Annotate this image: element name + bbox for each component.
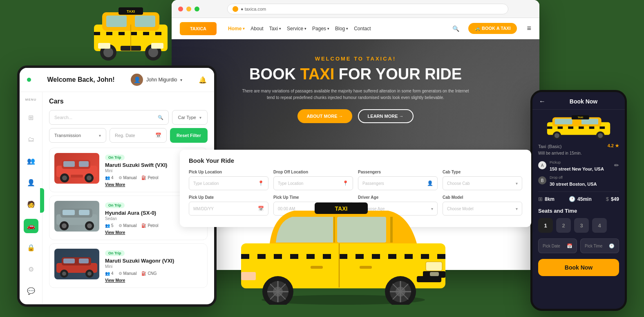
svg-rect-99 xyxy=(380,254,388,259)
car-search-box[interactable]: Search... 🔍 xyxy=(49,110,169,125)
nav-blog[interactable]: Blog ▾ xyxy=(335,26,348,31)
sidebar-icon-settings[interactable]: ⚙ xyxy=(24,262,38,277)
back-arrow-icon[interactable]: ← xyxy=(539,98,546,105)
sidebar-icon-car-active[interactable]: 🚗 xyxy=(24,219,38,233)
svg-rect-39 xyxy=(79,210,89,215)
svg-rect-71 xyxy=(595,126,600,129)
sidebar-icon-orders[interactable]: 🗂 xyxy=(24,132,38,146)
menu-label: MENU xyxy=(25,98,37,101)
taxi-info-row: Taxi (Basic) 4.2 ★ xyxy=(538,143,619,149)
book-taxi-button[interactable]: 🚕 BOOK A TAXI xyxy=(468,23,517,34)
about-more-button[interactable]: ABOUT MORE → xyxy=(297,109,352,123)
pick-time-input[interactable]: Pick Time 🕐 xyxy=(580,238,619,253)
view-more-2[interactable]: View More xyxy=(105,230,202,235)
svg-rect-82 xyxy=(241,254,249,259)
svg-point-43 xyxy=(87,223,92,228)
nav-taxi[interactable]: Taxi ▾ xyxy=(269,26,281,31)
sidebar-icon-grid[interactable]: ⊞ xyxy=(24,110,38,125)
mobile-device: ← Book Now TAXI xyxy=(530,90,627,311)
filter-row-2: Transmission ▾ Reg. Date 📅 Reset Filter xyxy=(49,128,208,143)
sidebar-icon-chat[interactable]: 💬 xyxy=(24,284,38,298)
svg-rect-101 xyxy=(396,254,405,259)
pick-date-label: Pick Date xyxy=(543,244,560,248)
seat-btn-2[interactable]: 2 xyxy=(556,218,571,233)
seat-btn-1[interactable]: 1 xyxy=(538,218,553,233)
browser-minimize[interactable] xyxy=(186,7,191,11)
nav-service[interactable]: Service ▾ xyxy=(287,26,306,31)
browser-maximize[interactable] xyxy=(195,7,199,11)
svg-rect-25 xyxy=(161,32,168,35)
divider-1 xyxy=(538,191,619,192)
svg-rect-38 xyxy=(63,210,75,215)
svg-rect-91 xyxy=(315,254,323,259)
transmission-select[interactable]: Transmission ▾ xyxy=(49,128,106,143)
sidebar-icon-users[interactable]: 👥 xyxy=(24,154,38,168)
view-more-3[interactable]: View More xyxy=(105,278,202,283)
hero-subtitle: There are many variations of passages av… xyxy=(241,88,470,101)
cab-type-arrow: ▾ xyxy=(516,181,518,186)
transmission-chevron: ▾ xyxy=(99,133,101,138)
distance-value: 8km xyxy=(545,196,555,202)
transmission-spec-1: ⚙ Manual xyxy=(119,175,137,180)
nav-pages[interactable]: Pages ▾ xyxy=(312,26,329,31)
large-taxi-svg: TAXI xyxy=(229,182,458,305)
svg-rect-92 xyxy=(323,254,331,259)
reg-date-input[interactable]: Reg. Date 📅 xyxy=(110,128,167,143)
svg-rect-72 xyxy=(599,126,605,129)
seat-btn-4[interactable]: 4 xyxy=(592,218,607,233)
car-card-3: On Trip Maruti Suzuki Wagonr (VXI) Mini … xyxy=(49,243,208,288)
svg-rect-12 xyxy=(151,43,163,49)
learn-more-button[interactable]: LEARN MORE → xyxy=(358,109,414,123)
taxi-name: Taxi (Basic) xyxy=(538,143,561,149)
sidebar-icon-lock[interactable]: 🔒 xyxy=(24,241,38,255)
fuel-spec-1: ⛽ Petrol xyxy=(141,175,158,180)
seats-title: Seats and Time xyxy=(538,208,619,214)
fuel-spec-3: ⛽ CNG xyxy=(141,271,157,276)
svg-text:TAXI: TAXI xyxy=(127,9,135,13)
car-name-3: Maruti Suzuki Wagonr (VXI) xyxy=(105,258,202,264)
status-indicator xyxy=(27,78,31,82)
pickup-row: A Pickup 150 street New Your, USA ✏ xyxy=(538,160,619,172)
svg-rect-70 xyxy=(589,126,595,129)
nav-contact[interactable]: Contact xyxy=(354,26,371,31)
calendar-mobile-icon: 📅 xyxy=(567,243,572,249)
edit-pickup-icon[interactable]: ✏ xyxy=(614,162,619,169)
svg-rect-63 xyxy=(552,126,558,129)
pickup-address: 150 street New Your, USA xyxy=(550,166,604,171)
svg-point-34 xyxy=(87,175,92,180)
dropoff-info: Drop off 30 street Boston, USA xyxy=(550,175,597,187)
svg-rect-14 xyxy=(94,32,100,35)
gear-icon-3: ⚙ xyxy=(119,271,122,276)
reset-filter-button[interactable]: Reset Filter xyxy=(170,128,208,143)
transmission-spec-3: ⚙ Manual xyxy=(119,271,137,276)
svg-rect-24 xyxy=(155,32,161,35)
fuel-icon-2: ⛽ xyxy=(141,223,146,228)
sidebar-icon-person[interactable]: 👤 xyxy=(24,175,38,190)
nav-about[interactable]: About xyxy=(250,26,263,31)
nav-home[interactable]: Home ▾ xyxy=(228,26,245,31)
hero-buttons: ABOUT MORE → LEARN MORE → xyxy=(172,109,539,123)
svg-rect-17 xyxy=(112,32,119,35)
address-bar[interactable]: ● taxica.com xyxy=(227,4,508,14)
avatar: 👤 xyxy=(131,74,143,86)
search-icon[interactable]: 🔍 xyxy=(452,25,459,32)
svg-rect-78 xyxy=(337,217,386,243)
car-image-2 xyxy=(54,201,99,232)
taxi-preview: TAXI xyxy=(538,115,619,139)
svg-rect-80 xyxy=(390,217,393,243)
hamburger-menu[interactable]: ≡ xyxy=(527,24,531,33)
svg-rect-112 xyxy=(426,262,442,271)
seat-btn-3[interactable]: 3 xyxy=(574,218,589,233)
mobile-header: ← Book Now xyxy=(532,92,625,110)
car-specs-3: 👥 4 ⚙ Manual ⛽ CNG xyxy=(105,271,202,276)
hero-welcome-text: WELCOME TO TAXICA! xyxy=(172,56,539,62)
car-type-3: Mini xyxy=(105,264,202,269)
site-logo[interactable]: TAXICA xyxy=(180,22,217,35)
svg-rect-3 xyxy=(135,16,155,27)
fuel-icon: ⛽ xyxy=(141,175,146,180)
book-now-button[interactable]: Book Now xyxy=(538,259,619,276)
sidebar-icon-profile[interactable]: 🧑 xyxy=(24,197,38,211)
svg-rect-83 xyxy=(249,254,257,259)
pick-date-input[interactable]: Pick Date 📅 xyxy=(538,238,577,253)
svg-rect-95 xyxy=(347,254,356,259)
